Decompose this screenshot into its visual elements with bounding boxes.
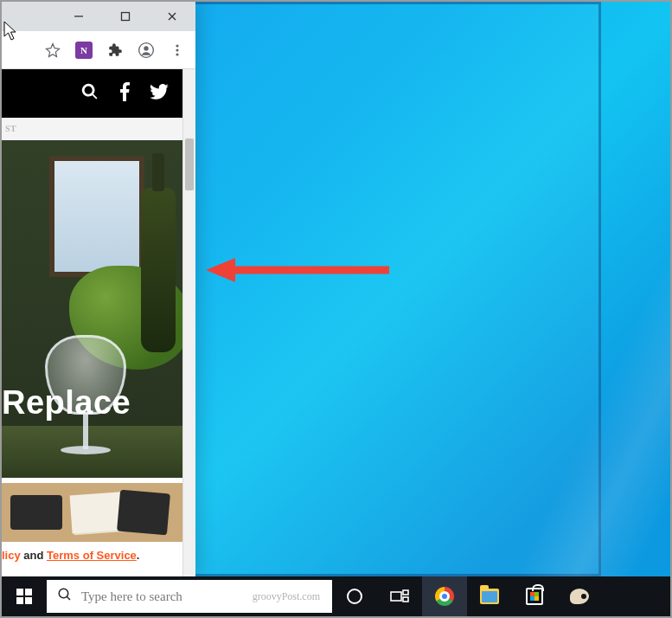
- windows-logo-icon: [16, 589, 32, 604]
- search-placeholder: Type here to search: [81, 589, 182, 604]
- svg-rect-16: [391, 592, 401, 601]
- task-view-button[interactable]: [377, 576, 422, 616]
- cortana-button[interactable]: [332, 576, 377, 616]
- palette-icon: [570, 589, 589, 604]
- taskbar-paint-app[interactable]: [557, 576, 602, 616]
- windows-taskbar: Type here to search groovyPost.com: [2, 576, 670, 616]
- search-icon[interactable]: [80, 82, 99, 105]
- svg-rect-10: [25, 589, 32, 595]
- profile-avatar-icon[interactable]: [137, 41, 156, 60]
- scrollbar-thumb[interactable]: [185, 138, 194, 190]
- hero-headline-fragment: Replace: [2, 386, 131, 419]
- taskbar-chrome[interactable]: [422, 576, 467, 616]
- taskbar-search[interactable]: Type here to search groovyPost.com: [47, 580, 332, 613]
- bookmark-star-icon[interactable]: [43, 41, 62, 60]
- svg-point-4: [176, 44, 178, 47]
- legal-period: .: [137, 549, 140, 562]
- search-suggestion: groovyPost.com: [253, 590, 320, 603]
- svg-line-14: [67, 596, 70, 600]
- site-header: [2, 69, 182, 118]
- microsoft-store-icon: [526, 588, 543, 605]
- legal-policy-fragment[interactable]: licy: [2, 549, 21, 562]
- chrome-icon: [435, 587, 454, 606]
- svg-point-3: [144, 46, 148, 50]
- file-explorer-icon: [480, 589, 499, 604]
- svg-rect-11: [16, 597, 23, 604]
- twitter-icon[interactable]: [150, 84, 169, 103]
- minimize-button[interactable]: [64, 5, 93, 28]
- facebook-icon[interactable]: [118, 82, 131, 105]
- taskbar-microsoft-store[interactable]: [512, 576, 557, 616]
- svg-rect-12: [25, 597, 32, 604]
- svg-rect-9: [16, 589, 23, 595]
- screenshot-frame: ST Replace l: [0, 0, 672, 618]
- taskbar-file-explorer[interactable]: [467, 576, 512, 616]
- hero-wine-bottle: [141, 188, 176, 352]
- hero-image: Replace: [2, 140, 182, 478]
- svg-point-5: [176, 48, 178, 51]
- svg-rect-17: [403, 590, 408, 595]
- legal-and: and: [21, 549, 47, 562]
- desktop-wallpaper: ST Replace l: [2, 2, 670, 576]
- onenote-extension-icon[interactable]: [74, 41, 93, 60]
- svg-rect-1: [122, 13, 130, 21]
- maximize-button[interactable]: [111, 5, 140, 28]
- browser-toolbar: [2, 31, 195, 69]
- svg-point-15: [348, 589, 362, 603]
- taskbar-items: [332, 576, 602, 616]
- breadcrumb-tail: ST: [2, 118, 182, 140]
- svg-rect-0: [74, 16, 83, 16]
- terms-of-service-link[interactable]: Terms of Service: [47, 549, 137, 562]
- legal-line: licy and Terms of Service.: [2, 542, 182, 563]
- svg-point-13: [59, 589, 68, 598]
- web-page: ST Replace l: [2, 69, 182, 576]
- extensions-icon[interactable]: [106, 41, 125, 60]
- svg-point-6: [176, 53, 178, 55]
- window-titlebar[interactable]: [2, 2, 195, 31]
- vertical-scrollbar[interactable]: [182, 69, 195, 576]
- close-button[interactable]: [157, 5, 187, 28]
- promo-thumbnail[interactable]: [2, 483, 182, 542]
- chrome-window: ST Replace l: [2, 2, 195, 576]
- search-magnifier-icon: [57, 587, 73, 606]
- start-button[interactable]: [2, 576, 47, 616]
- kebab-menu-icon[interactable]: [168, 41, 187, 60]
- svg-rect-18: [403, 597, 408, 602]
- hero-window-pane: [49, 156, 144, 277]
- page-viewport: ST Replace l: [2, 69, 195, 576]
